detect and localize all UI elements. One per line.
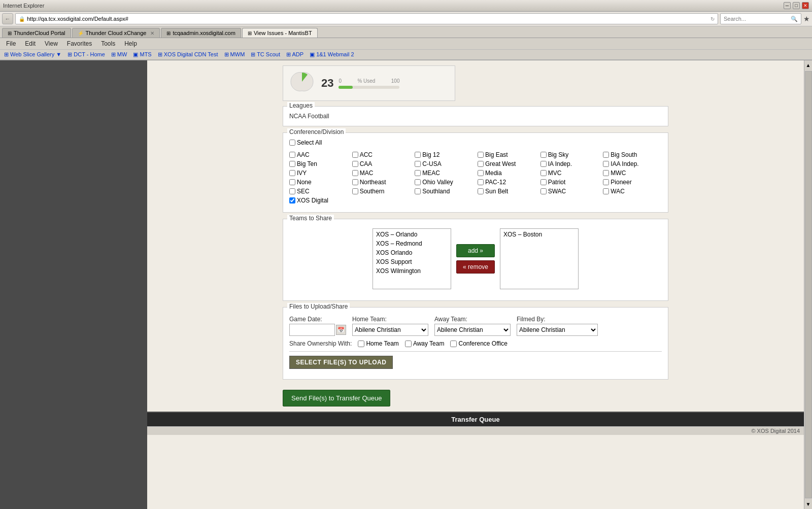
- list-item[interactable]: XOS Wilmington: [374, 266, 450, 276]
- conf-patriot[interactable]: Patriot: [540, 179, 599, 186]
- conf-southland[interactable]: Southland: [415, 188, 473, 195]
- away-team-ownership[interactable]: Away Team: [405, 340, 445, 347]
- list-item[interactable]: XOS Support: [374, 257, 450, 266]
- maximize-button[interactable]: □: [793, 2, 800, 9]
- conf-ivy[interactable]: IVY: [289, 169, 348, 177]
- share-ownership-label: Share Ownership With:: [289, 340, 352, 347]
- conf-media[interactable]: Media: [478, 169, 536, 177]
- close-button[interactable]: ✕: [802, 2, 809, 9]
- remove-team-button[interactable]: « remove: [456, 260, 495, 274]
- search-icon: 🔍: [791, 16, 798, 22]
- bookmark-web-slice[interactable]: ⊞ Web Slice Gallery ▼: [2, 51, 63, 58]
- back-button[interactable]: ←: [2, 13, 13, 24]
- bookmark-mw[interactable]: ⊞ MW: [109, 51, 129, 58]
- scroll-down-arrow[interactable]: ▼: [804, 499, 812, 509]
- home-team-select[interactable]: Abilene Christian Air Force Akron: [352, 324, 428, 336]
- conf-meac[interactable]: MEAC: [415, 169, 473, 177]
- bookmark-webmail[interactable]: ▣ 1&1 Webmail 2: [308, 51, 356, 58]
- away-team-select[interactable]: Abilene Christian Air Force Akron: [434, 324, 511, 336]
- bookmark-mts[interactable]: ▣ MTS: [131, 51, 153, 58]
- select-files-button[interactable]: SELECT FILE(S) TO UPLOAD: [289, 356, 393, 369]
- menu-help[interactable]: Help: [120, 39, 141, 48]
- add-team-button[interactable]: add »: [456, 244, 495, 257]
- menu-tools[interactable]: Tools: [97, 39, 119, 48]
- conf-ia-indep[interactable]: IA Indep.: [540, 160, 599, 167]
- bookmark-adp[interactable]: ⊞ ADP: [284, 51, 306, 58]
- list-item[interactable]: XOS – Boston: [501, 230, 577, 239]
- conf-pioneer[interactable]: Pioneer: [603, 179, 662, 186]
- bookmark-xos-cdn[interactable]: ⊞ XOS Digital CDN Test: [156, 51, 220, 58]
- conf-big12[interactable]: Big 12: [415, 151, 473, 158]
- available-teams-list[interactable]: XOS – Orlando XOS – Redmond XOS Orlando …: [373, 228, 451, 289]
- menu-view[interactable]: View: [41, 39, 62, 48]
- list-item[interactable]: XOS – Redmond: [374, 239, 450, 248]
- list-item[interactable]: XOS – Orlando: [374, 230, 450, 239]
- search-input[interactable]: [724, 16, 791, 22]
- gauge-chart: [288, 71, 316, 96]
- conf-xos-digital[interactable]: XOS Digital: [289, 197, 348, 204]
- select-all-checkbox[interactable]: [289, 140, 295, 146]
- home-team-ownership[interactable]: Home Team: [358, 340, 398, 347]
- select-all-item[interactable]: Select All: [289, 139, 662, 146]
- conference-office-checkbox[interactable]: [450, 341, 457, 347]
- conference-office-check-label: Conference Office: [458, 340, 507, 347]
- conf-great-west[interactable]: Great West: [478, 160, 536, 167]
- menu-file[interactable]: File: [2, 39, 20, 48]
- conf-pac12[interactable]: PAC-12: [478, 179, 536, 186]
- gauge-min-label: 0: [339, 78, 342, 84]
- url-input[interactable]: [27, 16, 708, 22]
- bookmark-tc-scout[interactable]: ⊞ TC Scout: [249, 51, 282, 58]
- conf-wac[interactable]: WAC: [603, 188, 662, 195]
- conf-southern[interactable]: Southern: [352, 188, 411, 195]
- conf-big-ten[interactable]: Big Ten: [289, 160, 348, 167]
- conf-aac[interactable]: AAC: [289, 151, 348, 158]
- conf-ohio-valley[interactable]: Ohio Valley: [415, 179, 473, 186]
- conf-acc[interactable]: ACC: [352, 151, 411, 158]
- away-team-checkbox[interactable]: [405, 341, 412, 347]
- tab-view-issues[interactable]: ⊞ View Issues - MantisBT: [242, 28, 318, 38]
- conf-sec[interactable]: SEC: [289, 188, 348, 195]
- bookmark-dct-home[interactable]: ⊞ DCT - Home: [65, 51, 107, 58]
- conf-northeast[interactable]: Northeast: [352, 179, 411, 186]
- scrollbar-right[interactable]: ▲ ▼: [804, 60, 812, 509]
- conf-big-east[interactable]: Big East: [478, 151, 536, 158]
- select-all-label: Select All: [297, 139, 322, 146]
- conf-swac[interactable]: SWAC: [540, 188, 599, 195]
- list-item[interactable]: XOS Orlando: [374, 248, 450, 257]
- sidebar-left: [0, 60, 147, 509]
- address-bar[interactable]: 🔒 ↻: [15, 13, 718, 24]
- menu-favorites[interactable]: Favorites: [63, 39, 96, 48]
- search-bar[interactable]: 🔍: [720, 13, 801, 24]
- minimize-button[interactable]: ─: [784, 2, 791, 9]
- menu-edit[interactable]: Edit: [21, 39, 40, 48]
- conf-mvc[interactable]: MVC: [540, 169, 599, 177]
- conf-caa[interactable]: CAA: [352, 160, 411, 167]
- favorites-icon[interactable]: ★: [803, 15, 810, 23]
- tab-close-icon[interactable]: ✕: [150, 30, 154, 36]
- tab-thunder-cloud-xchange[interactable]: ⚡ Thunder Cloud xChange ✕: [72, 28, 160, 38]
- scroll-thumb[interactable]: [805, 71, 812, 498]
- home-team-group: Home Team: Abilene Christian Air Force A…: [352, 316, 428, 336]
- conf-mwc[interactable]: MWC: [603, 169, 662, 177]
- conf-cusa[interactable]: C-USA: [415, 160, 473, 167]
- game-date-input[interactable]: [289, 324, 335, 336]
- home-team-checkbox[interactable]: [358, 341, 364, 347]
- conf-big-sky[interactable]: Big Sky: [540, 151, 599, 158]
- conference-office-ownership[interactable]: Conference Office: [450, 340, 507, 347]
- tab-thundercloud-portal[interactable]: ⊞ ThunderCloud Portal: [2, 28, 71, 38]
- filmed-by-select[interactable]: Abilene Christian Air Force: [517, 324, 598, 336]
- conf-mac[interactable]: MAC: [352, 169, 411, 177]
- calendar-icon[interactable]: 📅: [336, 325, 346, 335]
- bookmark-mwm[interactable]: ⊞ MWM: [222, 51, 247, 58]
- scroll-up-arrow[interactable]: ▲: [804, 60, 812, 70]
- send-queue-button[interactable]: Send File(s) to Transfer Queue: [283, 390, 390, 406]
- date-input-wrap: 📅: [289, 324, 346, 336]
- tab-tcqaadmin[interactable]: ⊞ tcqaadmin.xosdigital.com: [161, 28, 241, 38]
- conf-sun-belt[interactable]: Sun Belt: [478, 188, 536, 195]
- conf-iaa-indep[interactable]: IAA Indep.: [603, 160, 662, 167]
- conf-big-south[interactable]: Big South: [603, 151, 662, 158]
- selected-teams-list[interactable]: XOS – Boston: [500, 228, 579, 289]
- main-content: 23 0 % Used 100 Leagues NCAA Fo: [0, 60, 812, 509]
- refresh-icon[interactable]: ↻: [710, 16, 715, 22]
- conf-none[interactable]: None: [289, 179, 348, 186]
